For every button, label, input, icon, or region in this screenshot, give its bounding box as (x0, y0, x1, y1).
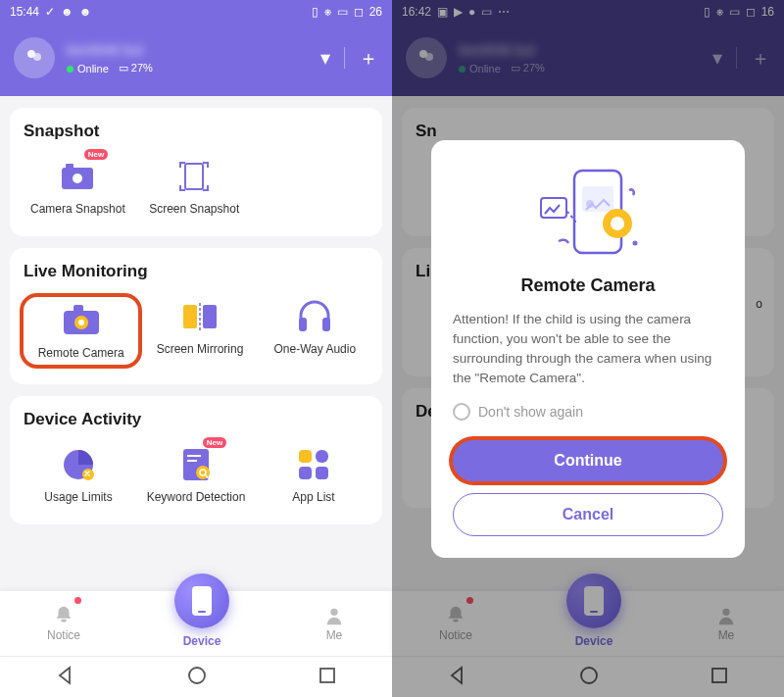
svg-rect-32 (320, 669, 334, 682)
camera-snapshot-icon (58, 157, 97, 196)
person-icon (323, 605, 345, 626)
avatar[interactable] (14, 37, 55, 78)
recent-icon[interactable] (318, 667, 336, 688)
check-icon: ✓ (45, 5, 55, 19)
card-activity: Device Activity Usage Limits New Keyword… (10, 396, 382, 524)
svg-point-31 (189, 668, 205, 683)
signal-icon: ▭ (337, 5, 348, 19)
svg-rect-29 (198, 611, 206, 613)
item-label: Screen Snapshot (149, 202, 239, 217)
tab-device[interactable]: Device (174, 599, 229, 648)
card-live: Live Monitoring Remote Camera Screen Mir… (10, 248, 382, 384)
battery-pct: 26 (369, 5, 382, 19)
svg-rect-5 (185, 164, 203, 189)
home-icon[interactable] (187, 666, 207, 689)
svg-rect-7 (74, 305, 83, 313)
back-icon[interactable] (56, 666, 75, 689)
plus-icon[interactable]: ＋ (359, 45, 378, 72)
dialog-body: Attention! If the child is using the cam… (453, 310, 723, 389)
bell-icon (53, 605, 74, 626)
new-badge: New (203, 437, 226, 448)
screen-snapshot-icon (174, 157, 214, 196)
globe-icon: ☻ (79, 5, 92, 19)
svg-rect-46 (611, 210, 618, 215)
svg-rect-10 (183, 305, 197, 328)
svg-rect-19 (187, 460, 197, 462)
card-title: Device Activity (20, 410, 372, 429)
headphones-icon (295, 297, 334, 336)
status-time: 15:44 (10, 5, 39, 19)
usage-limits-icon (59, 445, 98, 484)
divider (344, 47, 345, 69)
svg-rect-11 (203, 305, 217, 328)
cancel-button[interactable]: Cancel (453, 493, 723, 536)
phone-icon (191, 585, 213, 617)
item-label: Keyword Detection (147, 490, 246, 505)
item-screen-snapshot[interactable]: Screen Snapshot (136, 153, 253, 221)
svg-point-45 (611, 217, 624, 230)
item-label: Camera Snapshot (30, 202, 125, 217)
item-usage-limits[interactable]: Usage Limits (20, 441, 137, 509)
modal-overlay: Remote Camera Attention! If the child is… (392, 0, 784, 697)
checkbox-icon[interactable] (453, 403, 470, 421)
android-navbar (0, 656, 392, 697)
phone-left: 15:44 ✓ ☻ ☻ ▯ ⎈ ▭ ◻ 26 kent946 bul Onlin… (0, 0, 392, 697)
screen-mirroring-icon (180, 297, 220, 336)
svg-rect-25 (299, 467, 312, 479)
content-area: Snapshot New Camera Snapshot Screen Snap… (0, 96, 392, 591)
item-label: Remote Camera (38, 346, 124, 361)
keyword-detection-icon (176, 445, 216, 484)
item-camera-snapshot[interactable]: New Camera Snapshot (20, 153, 136, 221)
tabbar: Notice Device Me (0, 591, 392, 656)
vibrate-icon: ▯ (312, 5, 318, 19)
tab-label: Me (326, 628, 343, 642)
svg-rect-14 (322, 318, 330, 331)
battery-icon: ◻ (354, 5, 364, 19)
item-label: One-Way Audio (274, 342, 357, 357)
svg-rect-18 (187, 455, 201, 457)
status-bar: 15:44 ✓ ☻ ☻ ▯ ⎈ ▭ ◻ 26 (0, 0, 392, 24)
phone-right: 16:42 ▣ ▶ ● ▭ ⋯ ▯ ⎈ ▭ ◻ 16 kent946 bul O… (392, 0, 784, 697)
tab-label: Device (183, 634, 221, 648)
item-one-way-audio[interactable]: One-Way Audio (258, 293, 372, 369)
svg-rect-47 (541, 198, 566, 218)
svg-rect-23 (299, 450, 312, 463)
checkbox-label: Don't show again (478, 404, 583, 420)
app-header: kent946 bul Online ▭ 27% ▾ ＋ (0, 24, 392, 96)
device-tab-circle (174, 573, 229, 628)
item-remote-camera[interactable]: Remote Camera (20, 293, 142, 369)
app-list-icon (294, 445, 333, 484)
card-title: Snapshot (20, 122, 372, 141)
dialog-illustration (453, 160, 723, 268)
tab-me[interactable]: Me (323, 605, 345, 642)
item-label: App List (292, 490, 334, 505)
dont-show-again[interactable]: Don't show again (453, 403, 723, 421)
device-battery: ▭ 27% (119, 62, 153, 75)
svg-point-30 (330, 609, 337, 616)
remote-camera-icon (62, 301, 101, 340)
item-keyword-detection[interactable]: New Keyword Detection (137, 441, 255, 509)
svg-rect-3 (66, 164, 74, 170)
card-title: Live Monitoring (20, 262, 372, 281)
svg-rect-27 (61, 620, 67, 622)
item-app-list[interactable]: App List (255, 441, 372, 509)
profile-name: kent946 bul (67, 41, 320, 58)
svg-point-1 (33, 53, 41, 61)
item-label: Screen Mirroring (157, 342, 244, 357)
item-screen-mirroring[interactable]: Screen Mirroring (142, 293, 257, 369)
tab-notice[interactable]: Notice (47, 605, 80, 642)
svg-point-4 (73, 174, 82, 183)
new-badge: New (84, 149, 108, 160)
online-status: Online (67, 63, 109, 75)
dialog-remote-camera: Remote Camera Attention! If the child is… (431, 140, 745, 558)
item-label: Usage Limits (44, 490, 112, 505)
svg-rect-26 (316, 467, 328, 479)
chevron-down-icon[interactable]: ▾ (320, 46, 330, 70)
wifi-icon: ⎈ (324, 5, 331, 19)
dialog-title: Remote Camera (453, 275, 723, 296)
continue-button[interactable]: Continue (453, 440, 723, 481)
svg-point-9 (78, 320, 84, 325)
tab-label: Notice (47, 628, 80, 642)
svg-rect-13 (299, 318, 307, 331)
svg-point-48 (633, 240, 638, 245)
